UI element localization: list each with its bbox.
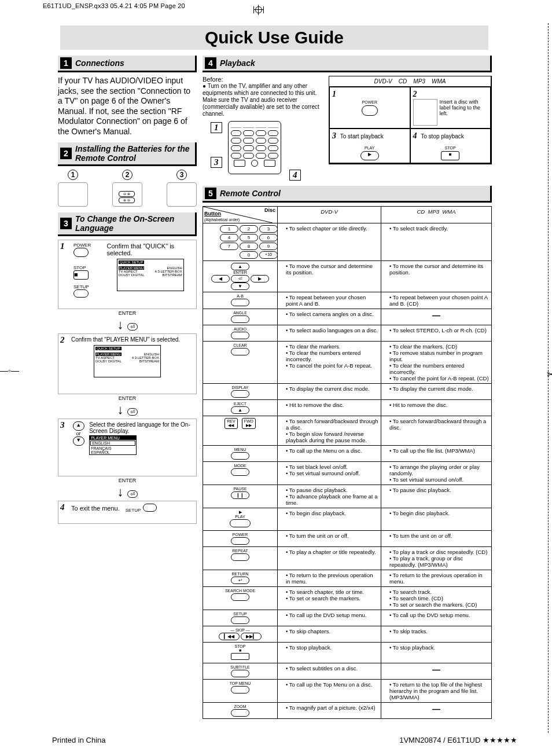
- lang-step-2: 2 Confirm that "PLAYER MENU" is selected…: [58, 333, 197, 394]
- table-row: — SKIP —▎◀◀ ▶▶▎To skip chapters.To skip …: [203, 626, 492, 643]
- print-header: E61T1UD_ENSP.qx33 05.4.21 4:05 PM Page 2…: [8, 0, 544, 9]
- battery-img-2: ⊖ ⊕ ⊕ ⊖: [112, 182, 142, 207]
- disc-insert-icon: [413, 99, 437, 126]
- dvd-cell: To begin disc playback.: [278, 508, 381, 531]
- dvd-cell: Hit to remove the disc.: [278, 400, 381, 416]
- cd-cell: To repeat between your chosen point A an…: [381, 292, 492, 309]
- cd-cell: —: [381, 663, 492, 680]
- sec3-num: 3: [60, 218, 72, 229]
- lang-step-1: 1 POWER STOP ■ SETUP: [58, 240, 197, 309]
- table-row: RETURN↩To return to the previous operati…: [203, 570, 492, 587]
- cd-cell: To return to the top file of the highest…: [381, 680, 492, 703]
- btn-cell: SETUP: [203, 610, 278, 626]
- btn-cell: REPEAT: [203, 547, 278, 570]
- cd-cell: To skip tracks.: [381, 626, 492, 643]
- footer: Printed in China 1VMN20874 / E61T1UD ★★★…: [52, 736, 517, 744]
- playback-grid: DVD-V CD MP3 WMA 1 POWER 2: [329, 76, 492, 164]
- cd-cell: To play a track or disc repeatedly. (CD)…: [381, 547, 492, 570]
- table-row: SEARCH MODE To search chapter, title or …: [203, 587, 492, 610]
- table-row: POWER To turn the unit on or off.To turn…: [203, 531, 492, 547]
- sec4-title: Playback: [220, 58, 255, 68]
- btn-cell: REV◀◀ FWD▶▶: [203, 416, 278, 446]
- sec1-head: 1 Connections: [58, 56, 197, 72]
- title-bar: Quick Use Guide: [60, 25, 488, 50]
- dvd-cell: To search chapter, title or time.To set …: [278, 587, 381, 610]
- crop-mark-top: [252, 5, 265, 14]
- crop-mark-left: —◦—: [0, 366, 19, 375]
- dvd-cell: To call up the Top Menu on a disc.: [278, 680, 381, 703]
- lang-step3-txt: Select the desired language for the On-S…: [89, 421, 194, 434]
- dvd-cell: To skip chapters.: [278, 626, 381, 643]
- stop-label: STOP: [73, 265, 103, 270]
- th-dvd: DVD-V: [278, 207, 381, 223]
- lang-step4-txt: To exit the menu.: [71, 505, 120, 512]
- btn-cell: SEARCH MODE: [203, 587, 278, 610]
- table-row: MODE To set black level on/off.To set vi…: [203, 462, 492, 485]
- table-row: SETUP To call up the DVD setup menu.To c…: [203, 610, 492, 626]
- setup-btn-icon-2: [143, 504, 157, 512]
- cd-cell: To call up the file list. (MP3/WMA): [381, 446, 492, 462]
- page-title: Quick Use Guide: [60, 28, 488, 47]
- pg-cell-4: 4 To stop playback STOP ■: [410, 129, 491, 163]
- remote-table: Disc Button (Alphabetical order) DVD-V C…: [203, 206, 492, 719]
- dvd-cell: To display the current disc mode.: [278, 384, 381, 400]
- battery-img-1: [58, 182, 88, 207]
- table-row: CLEAR To clear the markers.To clear the …: [203, 342, 492, 384]
- quick-screen-2: QUICK SETUP PLAYER MENUENGLISH TV ASPECT…: [94, 345, 161, 377]
- sec1-num: 1: [60, 57, 72, 69]
- pg1-power-label: POWER: [332, 100, 407, 104]
- lang-step1-txt: Confirm that "QUICK" is selected.: [106, 243, 194, 256]
- lang-step1-num: 1: [60, 241, 65, 251]
- dvd-cell: To select chapter or title directly.: [278, 223, 381, 261]
- sec2-num: 2: [60, 148, 72, 159]
- sec3-head: 3 To Change the On-Screen Language: [58, 212, 197, 236]
- lang-step2-txt: Confirm that "PLAYER MENU" is selected.: [71, 336, 194, 343]
- table-row: ▲ENTER◀ ⏎ ▶▼To move the cursor and deter…: [203, 261, 492, 292]
- table-row: REV◀◀ FWD▶▶To search forward/backward th…: [203, 416, 492, 446]
- right-column: 4 Playback Before: ● Turn on the TV, amp…: [203, 56, 492, 719]
- stop-btn-icon: ■: [73, 270, 89, 280]
- table-row: TOP MENU To call up the Top Menu on a di…: [203, 680, 492, 703]
- down-arrow-2: ↓ ⏎: [58, 402, 197, 417]
- cd-cell: To search track.To search time. (CD)To s…: [381, 587, 492, 610]
- batt-step-2: 2: [122, 170, 133, 180]
- table-row: 1234567890+10To select chapter or title …: [203, 223, 492, 261]
- disc-row: DVD-V CD MP3 WMA: [329, 76, 491, 87]
- btn-cell: PAUSE❙❙: [203, 485, 278, 508]
- dvd-cell: To play a chapter or title repeatedly.: [278, 547, 381, 570]
- dvd-cell: To clear the markers.To clear the number…: [278, 342, 381, 384]
- table-row: DISPLAY To display the current disc mode…: [203, 384, 492, 400]
- pg2-txt: Insert a disc with label facing to the l…: [440, 99, 488, 126]
- btn-cell: STOP■: [203, 643, 278, 663]
- quick-screen-1: QUICK SETUP PLAYER MENUENGLISH TV ASPECT…: [117, 259, 184, 291]
- pg-cell-3: 3 To start playback PLAY ▶: [329, 129, 410, 163]
- battery-diagram: 1 2 ⊖ ⊕ ⊕ ⊖ 3: [58, 170, 197, 207]
- cd-cell: To select track directly.: [381, 223, 492, 261]
- cd-cell: —: [381, 703, 492, 719]
- quick-setup-hl: QUICK SETUP: [119, 260, 145, 264]
- table-row: PAUSE❙❙To pause disc playback.To advance…: [203, 485, 492, 508]
- lang-step-4: 4 To exit the menu. SETUP: [58, 501, 197, 524]
- cd-cell: To select STEREO, L-ch or R-ch. (CD): [381, 325, 492, 342]
- dvd-cell: To return to the previous operation in m…: [278, 570, 381, 587]
- lang-menu: PLAYER MENU ENGLISH FRANÇAIS ESPAÑOL: [89, 435, 137, 455]
- table-row: ANGLE To select camera angles on a disc.…: [203, 309, 492, 325]
- footer-left: Printed in China: [52, 736, 106, 744]
- cd-cell: To begin disc playback.: [381, 508, 492, 531]
- sec1-title: Connections: [75, 58, 124, 68]
- dvd-cell: To select subtitles on a disc.: [278, 663, 381, 680]
- pg-cell-2: 2 Insert a disc with label facing to the…: [410, 87, 491, 129]
- sec2-title: Installing the Batteries for the Remote …: [75, 144, 193, 163]
- sec2-head: 2 Installing the Batteries for the Remot…: [58, 142, 197, 166]
- dvd-cell: To stop playback.: [278, 643, 381, 663]
- enter-label-1: ENTER: [58, 310, 197, 316]
- btn-cell: CLEAR: [203, 342, 278, 384]
- rnum-3: 3: [211, 157, 222, 168]
- power-btn-icon: [73, 248, 89, 257]
- cd-cell: To return to the previous operation in m…: [381, 570, 492, 587]
- battery-img-3: [167, 182, 197, 207]
- cd-cell: Hit to remove the disc.: [381, 400, 492, 416]
- btn-cell: 1234567890+10: [203, 223, 278, 261]
- dvd-cell: To search forward/backward through a dis…: [278, 416, 381, 446]
- dvd-cell: To set black level on/off.To set virtual…: [278, 462, 381, 485]
